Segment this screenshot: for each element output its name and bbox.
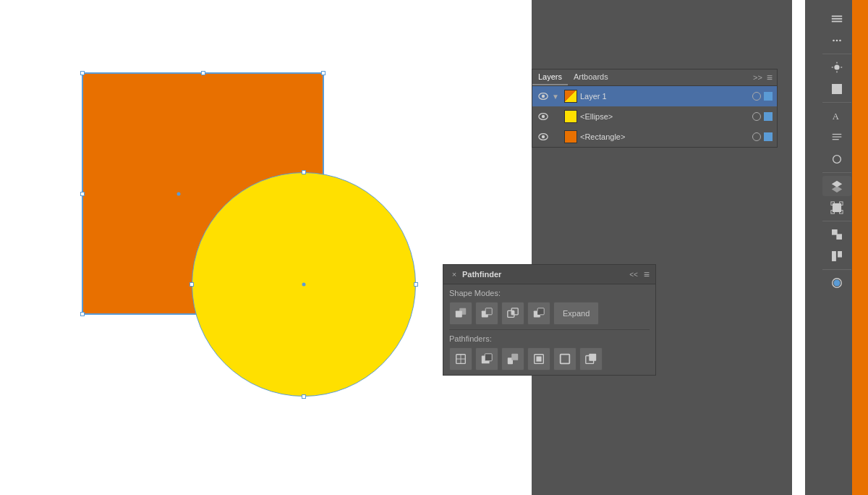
sidebar-icon-paragraph[interactable] [822,127,851,148]
unite-button[interactable] [449,302,472,325]
sidebar-icon-layers[interactable] [822,9,851,29]
pathfinder-title: Pathfinder [462,270,501,279]
pathfinders-label: Pathfinders: [449,334,650,343]
rect-target-icon[interactable] [752,132,761,141]
svg-rect-25 [561,355,570,364]
handle-tm[interactable] [201,71,205,75]
sidebar-icon-artboard[interactable] [822,198,851,218]
handle-tr[interactable] [321,71,326,75]
pathfinder-panel: × Pathfinder << ≡ Shape Modes: [443,264,656,376]
yellow-ellipse[interactable] [192,172,416,397]
layer1-select-icon[interactable] [764,92,773,101]
svg-point-5 [542,135,545,138]
sidebar-icon-info[interactable] [822,246,851,266]
layers-tab-icons: >> ≡ [753,72,777,83]
sidebar-divider-5 [822,269,851,270]
layer1-target-icon[interactable] [752,92,761,101]
sidebar-icon-sun[interactable] [822,57,851,77]
sidebar-divider-1 [822,54,851,54]
circle-center-dot [302,283,306,287]
pathfinder-collapse-button[interactable]: << [629,271,638,279]
ellipse-icons [752,112,773,121]
circle-handle-mr[interactable] [414,282,418,287]
pathfinder-header: × Pathfinder << ≡ [443,265,655,284]
divide-button[interactable] [449,347,472,371]
layer-row-rectangle[interactable]: <Rectangle> [532,127,777,147]
svg-point-31 [833,40,835,42]
tab-layers[interactable]: Layers [532,69,568,85]
pathfinder-menu-button[interactable]: ≡ [644,268,650,280]
rect-center-dot [177,192,181,195]
ellipse-select-icon[interactable] [764,112,773,121]
layer-row-1[interactable]: ▼ Layer 1 [532,86,777,106]
exclude-button[interactable] [527,302,550,325]
handle-bl[interactable] [80,312,85,316]
layer1-thumbnail [564,90,577,103]
sidebar-divider-3 [822,172,851,173]
rect-select-icon[interactable] [764,132,773,141]
shape-modes-label: Shape Modes: [449,289,650,297]
expand-button[interactable]: Expand [553,302,599,325]
ellipse-name: <Ellipse> [580,112,752,121]
svg-point-3 [542,115,545,118]
shape-modes-buttons: Expand [449,302,650,325]
svg-rect-7 [459,308,466,315]
svg-point-32 [835,40,838,42]
circle-handle-ml[interactable] [190,282,194,287]
sidebar-icon-char[interactable] [822,149,851,169]
sidebar-icon-layers2[interactable] [822,176,851,196]
sidebar-icon-type[interactable]: A [822,106,851,126]
layer-row-ellipse[interactable]: <Ellipse> [532,106,777,127]
svg-rect-12 [511,310,514,314]
circle-handle-tm[interactable] [302,170,306,174]
pathfinder-close-button[interactable]: × [449,269,459,279]
svg-point-1 [542,95,545,98]
svg-point-33 [839,40,841,42]
rect-visibility-icon[interactable] [537,130,550,143]
trim-button[interactable] [475,347,498,371]
right-sidebar: A [805,0,868,495]
sidebar-icon-transform[interactable] [822,224,851,245]
svg-rect-15 [537,310,540,314]
intersect-button[interactable] [501,302,524,325]
tab-artboards[interactable]: Artboards [568,69,614,85]
pathfinders-buttons [449,347,650,371]
ellipse-visibility-icon[interactable] [537,110,550,123]
svg-point-46 [833,156,841,164]
svg-rect-22 [511,354,518,360]
merge-button[interactable] [501,347,524,371]
layer1-name: Layer 1 [580,92,752,101]
svg-marker-48 [831,186,841,192]
outline-button[interactable] [553,347,576,371]
layers-tab-bar: Layers Artboards >> ≡ [532,69,777,86]
handle-ml[interactable] [80,192,85,196]
circle-handle-bm[interactable] [302,394,306,399]
svg-point-59 [833,280,840,287]
minus-front-button[interactable] [475,302,498,325]
svg-rect-56 [832,252,835,261]
layer1-icons [752,92,773,101]
svg-rect-29 [831,18,841,20]
sidebar-icon-align[interactable] [822,79,851,99]
svg-rect-20 [485,354,492,361]
sidebar-icon-color[interactable] [822,273,851,293]
layer1-expand-arrow[interactable]: ▼ [550,90,561,102]
rect-name: <Rectangle> [580,132,752,141]
layer1-visibility-icon[interactable] [537,90,550,103]
svg-rect-54 [832,230,836,234]
handle-tl[interactable] [80,71,85,75]
sidebar-divider-4 [822,221,851,221]
sidebar-icon-options[interactable] [822,30,851,51]
layers-menu-icon[interactable]: ≡ [767,72,773,83]
layers-expand-icon[interactable]: >> [753,73,762,82]
canvas-area: Layers Artboards >> ≡ ▼ Layer 1 [0,0,805,495]
shape-modes-section: Shape Modes: Expand [443,284,655,329]
layers-panel: Layers Artboards >> ≡ ▼ Layer 1 [532,69,778,148]
svg-point-34 [834,64,839,69]
minus-back-button[interactable] [579,347,603,371]
ellipse-target-icon[interactable] [752,112,761,121]
crop-button[interactable] [527,347,550,371]
pathfinders-section: Pathfinders: [443,330,655,375]
svg-rect-28 [831,16,841,17]
ellipse-thumbnail [564,110,577,123]
